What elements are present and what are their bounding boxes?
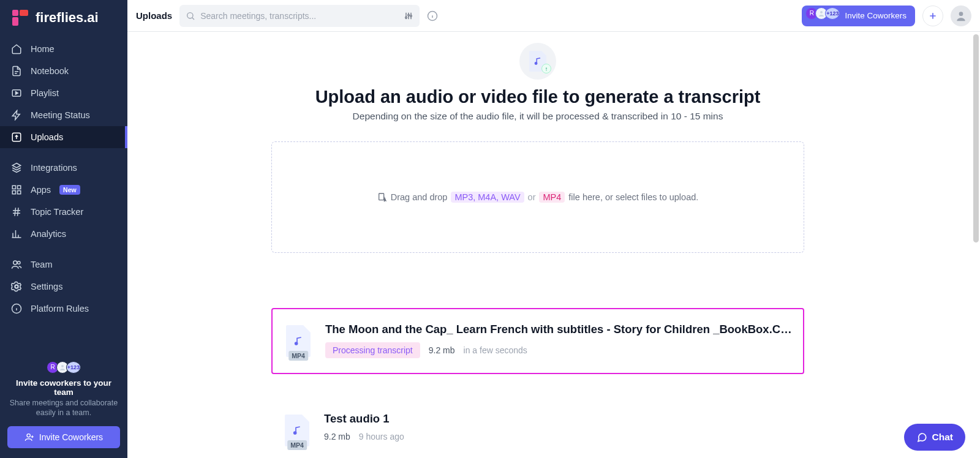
sliders-icon[interactable] xyxy=(404,11,413,21)
invite-subtitle: Share meetings and collaborate easily in… xyxy=(7,398,120,418)
svg-rect-7 xyxy=(12,191,15,194)
playlist-icon xyxy=(11,88,22,99)
avatar-more: +123 xyxy=(825,7,840,20)
upload-card[interactable]: MP4 Test audio 1 9.2 mb 9 hours ago xyxy=(271,399,804,458)
dropzone-formats-video: MP4 xyxy=(539,192,565,203)
page-title: Uploads xyxy=(136,10,172,21)
svg-rect-1 xyxy=(12,17,18,26)
bolt-icon xyxy=(11,110,22,121)
gear-icon xyxy=(11,281,22,292)
hero-icon: ↑ xyxy=(519,43,556,80)
svg-rect-2 xyxy=(20,10,28,16)
upload-arrow-icon: ↑ xyxy=(541,64,551,73)
hero-subtitle: Depending on the size of the audio file,… xyxy=(353,111,723,122)
svg-rect-23 xyxy=(379,193,383,200)
hero-title: Upload an audio or video file to generat… xyxy=(315,87,761,107)
brand-name: fireflies.ai xyxy=(36,10,99,26)
dropzone-formats-audio: MP3, M4A, WAV xyxy=(451,192,524,203)
user-plus-icon xyxy=(24,432,34,442)
svg-rect-8 xyxy=(18,191,21,194)
chart-icon xyxy=(11,228,22,239)
svg-point-20 xyxy=(820,11,823,13)
user-avatar[interactable] xyxy=(951,6,971,26)
main: Uploads R +123 Invite Coworkers xyxy=(127,0,980,458)
file-ext-badge: MP4 xyxy=(288,351,308,361)
sidebar-item-label: Apps xyxy=(31,185,51,195)
avatar-stack: R +123 xyxy=(805,7,840,20)
file-icon xyxy=(11,66,22,77)
sidebar-item-meeting-status[interactable]: Meeting Status xyxy=(0,104,127,126)
music-note-icon xyxy=(293,336,303,346)
search-input[interactable] xyxy=(200,11,399,21)
invite-coworkers-pill[interactable]: R +123 Invite Coworkers xyxy=(802,6,915,26)
chat-icon xyxy=(916,432,927,443)
svg-point-9 xyxy=(13,261,17,265)
file-size: 9.2 mb xyxy=(324,432,350,441)
sidebar-item-label: Topic Tracker xyxy=(31,207,83,217)
file-thumb: MP4 xyxy=(282,412,312,449)
content-scroll[interactable]: ↑ Upload an audio or video file to gener… xyxy=(127,32,980,458)
svg-point-25 xyxy=(294,432,296,434)
sidebar-item-label: Home xyxy=(31,44,55,54)
invite-title: Invite coworkers to your team xyxy=(7,378,120,397)
svg-point-16 xyxy=(405,17,407,18)
info-icon[interactable] xyxy=(427,10,438,21)
scrollbar[interactable] xyxy=(973,34,979,242)
svg-rect-5 xyxy=(12,186,15,189)
file-thumb: MP4 xyxy=(284,323,313,359)
sidebar-item-integrations[interactable]: Integrations xyxy=(0,157,127,179)
topbar: Uploads R +123 Invite Coworkers xyxy=(127,0,980,32)
sidebar-item-label: Platform Rules xyxy=(31,304,89,313)
search-icon xyxy=(186,11,195,21)
status-chip: Processing transcript xyxy=(325,342,420,358)
sidebar-item-label: Playlist xyxy=(31,88,59,98)
svg-point-24 xyxy=(295,342,298,345)
file-title: The Moon and the Cap_ Learn French with … xyxy=(325,323,792,336)
svg-point-11 xyxy=(15,285,18,288)
file-title: Test audio 1 xyxy=(324,412,793,426)
sidebar-item-topic-tracker[interactable]: Topic Tracker xyxy=(0,201,127,223)
grid-icon xyxy=(11,184,22,195)
file-ago: in a few seconds xyxy=(464,345,527,355)
svg-rect-0 xyxy=(12,10,18,16)
file-ext-badge: MP4 xyxy=(287,440,307,450)
file-ago: 9 hours ago xyxy=(359,432,404,441)
svg-point-21 xyxy=(959,12,963,16)
sidebar-item-home[interactable]: Home xyxy=(0,38,127,60)
sidebar-item-label: Settings xyxy=(31,282,62,291)
invite-pill-label: Invite Coworkers xyxy=(845,11,907,20)
dropzone-tail: file here, or select files to upload. xyxy=(568,192,698,202)
sidebar-item-playlist[interactable]: Playlist xyxy=(0,82,127,104)
invite-button-label: Invite Coworkers xyxy=(39,432,103,442)
sidebar-item-uploads[interactable]: Uploads xyxy=(0,126,127,148)
logo-icon xyxy=(11,9,29,27)
dropzone-lead: Drag and drop xyxy=(391,192,448,202)
add-button[interactable] xyxy=(922,6,943,26)
users-icon xyxy=(11,259,22,270)
sidebar-item-label: Uploads xyxy=(31,132,63,142)
invite-coworkers-button[interactable]: Invite Coworkers xyxy=(7,426,120,448)
search-input-wrap[interactable] xyxy=(179,5,420,27)
upload-icon xyxy=(11,132,22,143)
home-icon xyxy=(11,43,22,54)
sidebar-item-analytics[interactable]: Analytics xyxy=(0,223,127,245)
sidebar-item-label: Analytics xyxy=(31,229,66,239)
layers-icon xyxy=(11,162,22,173)
music-note-icon xyxy=(292,426,302,435)
dropzone[interactable]: Drag and drop MP3, M4A, WAV or MP4 file … xyxy=(271,141,804,253)
sidebar-item-platform-rules[interactable]: Platform Rules xyxy=(0,298,127,320)
upload-hero: ↑ Upload an audio or video file to gener… xyxy=(127,43,948,308)
sidebar-item-settings[interactable]: Settings xyxy=(0,276,127,298)
sidebar-item-label: Team xyxy=(31,260,52,269)
svg-point-17 xyxy=(408,14,410,16)
svg-point-18 xyxy=(410,15,412,17)
sidebar-item-notebook[interactable]: Notebook xyxy=(0,60,127,82)
svg-rect-6 xyxy=(18,186,21,189)
info-icon xyxy=(11,303,22,314)
sidebar-nav: Home Notebook Playlist Meeting Status Up… xyxy=(0,38,127,320)
upload-card[interactable]: MP4 The Moon and the Cap_ Learn French w… xyxy=(271,308,804,374)
sidebar-item-apps[interactable]: Apps New xyxy=(0,179,127,201)
brand-logo[interactable]: fireflies.ai xyxy=(0,0,127,38)
sidebar-item-team[interactable]: Team xyxy=(0,253,127,276)
chat-button[interactable]: Chat xyxy=(904,424,965,451)
